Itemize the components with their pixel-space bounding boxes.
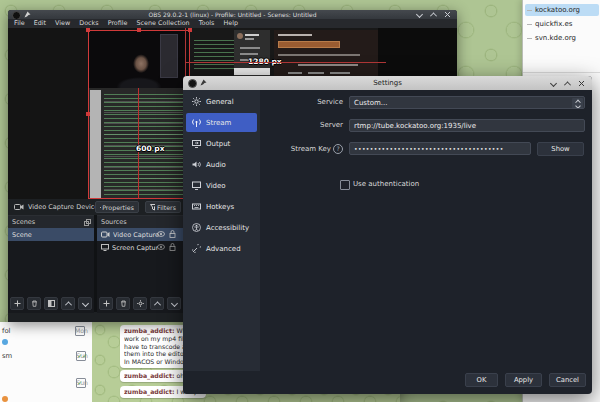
highlight-row [234, 68, 270, 75]
nav-general[interactable]: General [186, 92, 257, 111]
menu-scene-collection[interactable]: Scene Collection [137, 19, 190, 28]
server-list-item[interactable]: kockatoo.org [525, 4, 599, 16]
menu-profile[interactable]: Profile [108, 19, 128, 28]
add-scene-button[interactable] [10, 297, 24, 310]
cancel-button[interactable]: Cancel [549, 373, 586, 387]
chat-list-row[interactable]: ✓Sun [0, 376, 92, 389]
apply-button[interactable]: Apply [505, 373, 542, 387]
ok-button[interactable]: OK [465, 373, 498, 387]
obs-titlebar[interactable]: OBS 29.0.2-1 (linux) - Profile: Untitled… [8, 10, 457, 19]
scenes-options-icon[interactable] [84, 219, 91, 226]
selection-handle[interactable] [137, 28, 141, 32]
properties-button[interactable]: Properties [95, 201, 139, 213]
nav-label: Stream [206, 119, 231, 127]
obs-window-controls [417, 10, 450, 19]
move-scene-up-button[interactable] [61, 297, 75, 310]
nav-label: Output [206, 140, 230, 148]
add-source-button[interactable] [99, 297, 113, 310]
menu-view[interactable]: View [55, 19, 70, 28]
use-auth-checkbox[interactable] [340, 180, 350, 190]
nav-audio[interactable]: Audio [186, 155, 257, 174]
menu-help[interactable]: Help [223, 19, 238, 28]
scene-label: Scene [12, 231, 32, 239]
tab-bar [308, 72, 324, 74]
service-label: Service [261, 98, 343, 106]
server-item-label: kockatoo.org [535, 6, 580, 14]
close-icon[interactable] [579, 81, 584, 86]
selection-handle[interactable] [86, 28, 90, 32]
server-list-item[interactable]: svn.kde.org [525, 32, 599, 44]
read-checks [75, 326, 85, 336]
sources-toolbar [99, 297, 181, 310]
visibility-eye-icon[interactable] [157, 231, 165, 237]
nav-label: General [206, 98, 234, 106]
source-label: Video Capture Dev [113, 231, 159, 239]
menu-file[interactable]: File [14, 19, 25, 28]
move-source-down-button[interactable] [167, 297, 181, 310]
settings-titlebar[interactable]: Settings [183, 76, 592, 90]
scene-filters-button[interactable] [44, 297, 58, 310]
nav-label: Accessibility [206, 224, 249, 232]
help-icon[interactable]: ? [333, 144, 343, 154]
source-properties-button[interactable] [133, 297, 147, 310]
nav-accessibility[interactable]: Accessibility [186, 218, 257, 237]
wrench-icon [192, 244, 201, 253]
lock-icon[interactable] [169, 230, 176, 238]
chat-list-row[interactable]: sm ✓✓Sun [0, 349, 92, 362]
gear-icon [192, 97, 201, 106]
stream-key-label: Stream Key ? [261, 144, 343, 154]
text-bar [278, 54, 360, 56]
settings-window-controls [551, 76, 584, 90]
server-list-item[interactable]: quickfix.es [525, 18, 599, 30]
visibility-eye-icon[interactable] [157, 244, 165, 250]
nav-video[interactable]: Video [186, 176, 257, 195]
nav-advanced[interactable]: Advanced [186, 239, 257, 258]
scene-row[interactable]: Scene [8, 228, 94, 241]
accessibility-icon [192, 223, 201, 232]
filters-button[interactable]: Filters [145, 201, 181, 213]
nav-output[interactable]: Output [186, 134, 257, 153]
nav-label: Audio [206, 161, 226, 169]
lock-icon[interactable] [169, 243, 176, 251]
remove-scene-button[interactable] [27, 297, 41, 310]
select-spinner-icon[interactable] [572, 98, 583, 109]
close-icon[interactable] [445, 12, 450, 17]
minimize-icon[interactable] [416, 11, 423, 18]
selection-handle[interactable] [86, 112, 90, 116]
text-bar [245, 38, 254, 40]
maximize-icon[interactable] [564, 81, 571, 88]
scenes-header: Scenes [8, 216, 94, 228]
nav-hotkeys[interactable]: Hotkeys [186, 197, 257, 216]
sender-name: zumba_addict: [124, 388, 174, 395]
sender-name: zumba_addict: [124, 372, 174, 379]
server-input[interactable]: rtmp://tube.kockatoo.org:1935/live [349, 119, 585, 132]
panel-separator [523, 72, 600, 73]
tree-branch-icon [527, 38, 532, 39]
chat-list-row[interactable] [0, 392, 92, 402]
stream-key-input[interactable]: •••••••••••••••••••••••••••••••••••••• [349, 142, 531, 155]
server-value: rtmp://tube.kockatoo.org:1935/live [354, 122, 476, 130]
nav-label: Hotkeys [206, 203, 234, 211]
remove-source-button[interactable] [116, 297, 130, 310]
camera-icon [101, 231, 110, 238]
menu-tools[interactable]: Tools [199, 19, 215, 28]
service-select[interactable]: Custom... [349, 96, 585, 109]
menu-docks[interactable]: Docks [79, 19, 98, 28]
text-bar [298, 64, 358, 66]
show-key-button[interactable]: Show [537, 142, 584, 156]
use-auth-label: Use authentication [353, 180, 419, 188]
settings-dialog: Settings General Stream Output [183, 76, 592, 394]
move-scene-down-button[interactable] [78, 297, 92, 310]
scenes-panel: Scenes Scene [8, 215, 94, 313]
desktop: kockatoo.org quickfix.es svn.kde.org fol… [0, 0, 600, 402]
camera-icon [14, 203, 24, 211]
minimize-icon[interactable] [550, 79, 557, 86]
selection-handle[interactable] [188, 28, 192, 32]
chat-list-row[interactable] [0, 335, 92, 348]
move-source-up-button[interactable] [150, 297, 164, 310]
nav-stream[interactable]: Stream [186, 113, 257, 132]
settings-nav: General Stream Output Audio Video Hotkey… [183, 90, 260, 371]
source-selection-rect[interactable] [88, 30, 190, 199]
menu-edit[interactable]: Edit [34, 19, 46, 28]
server-item-label: quickfix.es [535, 20, 572, 28]
